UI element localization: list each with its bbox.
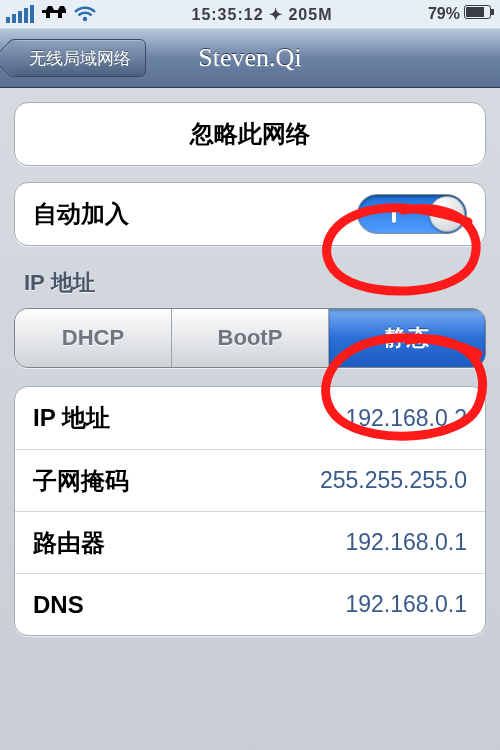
battery-percent: 79% — [428, 5, 460, 23]
svg-rect-2 — [491, 9, 494, 15]
status-extra: 205M — [288, 6, 332, 23]
status-sep-icon: ✦ — [269, 6, 283, 23]
forget-network-group: 忽略此网络 — [14, 102, 486, 166]
status-bar: 15:35:12 ✦ 205M 79% — [0, 0, 500, 28]
auto-join-row: 自动加入 — [15, 183, 485, 245]
cellular-signal-icon — [6, 5, 34, 23]
back-button[interactable]: 无线局域网络 — [8, 39, 146, 77]
dns-value: 192.168.0.1 — [345, 591, 467, 618]
forget-network-button[interactable]: 忽略此网络 — [15, 103, 485, 165]
svg-point-0 — [83, 17, 87, 21]
row-dns[interactable]: DNS 192.168.0.1 — [15, 573, 485, 635]
svg-rect-3 — [466, 7, 484, 17]
status-time: 15:35:12 — [191, 6, 263, 23]
auto-join-toggle[interactable] — [357, 194, 467, 234]
ip-address-value: 192.168.0.2 — [345, 405, 467, 432]
dns-label: DNS — [33, 591, 84, 619]
navigation-bar: 无线局域网络 Steven.Qi — [0, 28, 500, 88]
router-label: 路由器 — [33, 527, 105, 559]
carrier-bat-icon — [40, 4, 68, 24]
back-button-label: 无线局域网络 — [29, 49, 131, 68]
row-ip-address[interactable]: IP 地址 192.168.0.2 — [15, 387, 485, 449]
wifi-icon — [74, 6, 96, 22]
ip-mode-segmented: DHCP BootP 静态 — [14, 308, 486, 368]
subnet-mask-value: 255.255.255.0 — [320, 467, 467, 494]
segment-static[interactable]: 静态 — [328, 309, 485, 367]
row-subnet-mask[interactable]: 子网掩码 255.255.255.0 — [15, 449, 485, 511]
segment-dhcp[interactable]: DHCP — [15, 309, 171, 367]
ip-address-label: IP 地址 — [33, 402, 110, 434]
forget-network-label: 忽略此网络 — [190, 118, 310, 150]
auto-join-group: 自动加入 — [14, 182, 486, 246]
battery-icon — [464, 5, 494, 23]
auto-join-label: 自动加入 — [33, 198, 129, 230]
row-router[interactable]: 路由器 192.168.0.1 — [15, 511, 485, 573]
ip-fields-group: IP 地址 192.168.0.2 子网掩码 255.255.255.0 路由器… — [14, 386, 486, 636]
section-header-ip: IP 地址 — [24, 268, 480, 298]
subnet-mask-label: 子网掩码 — [33, 465, 129, 497]
router-value: 192.168.0.1 — [345, 529, 467, 556]
segment-bootp[interactable]: BootP — [171, 309, 328, 367]
